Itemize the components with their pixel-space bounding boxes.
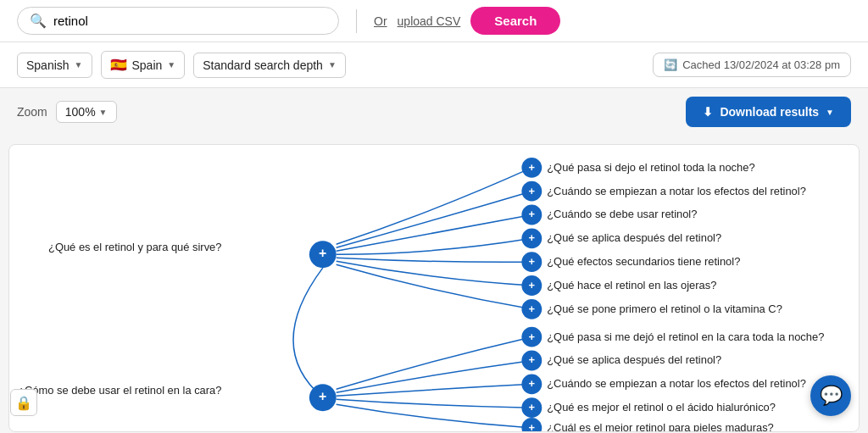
svg-text:+: +	[529, 303, 536, 315]
label-c2-2: ¿Qué se aplica después del retinol?	[547, 353, 721, 366]
search-box: 🔍	[17, 7, 339, 35]
zoom-chevron-icon: ▼	[99, 108, 108, 117]
svg-text:+: +	[529, 353, 536, 366]
mindmap-svg: + ¿Qué es el retinol y para qué sirve? +…	[9, 145, 859, 431]
language-select[interactable]: Spanish ▼	[17, 53, 92, 78]
depth-label: Standard search depth	[203, 58, 323, 72]
cached-info: 🔄 Cached 13/02/2024 at 03:28 pm	[653, 53, 851, 77]
zoom-label: Zoom	[17, 105, 47, 119]
svg-text:+: +	[529, 421, 536, 431]
label-c1-4: ¿Qué se aplica después del retinol?	[547, 231, 721, 244]
download-icon: ⬇	[703, 105, 713, 119]
search-input[interactable]	[53, 14, 326, 28]
download-chevron-icon: ▼	[826, 108, 834, 117]
zoom-value: 100%	[65, 105, 96, 119]
download-label: Download results	[720, 105, 819, 119]
svg-text:+: +	[319, 246, 326, 260]
download-button[interactable]: ⬇ Download results ▼	[686, 97, 851, 127]
upload-csv-label: Or	[374, 14, 387, 28]
svg-text:+: +	[529, 185, 536, 197]
svg-text:+: +	[529, 377, 536, 390]
language-label: Spanish	[26, 58, 70, 72]
svg-text:+: +	[529, 279, 536, 291]
svg-text:+: +	[529, 161, 536, 174]
country-select[interactable]: 🇪🇸 Spain ▼	[101, 51, 186, 79]
label-c1-2: ¿Cuándo se empiezan a notar los efectos …	[547, 185, 806, 197]
label-c2-4: ¿Qué es mejor el retinol o el ácido hial…	[547, 401, 776, 414]
language-chevron-icon: ▼	[75, 60, 83, 69]
country-chevron-icon: ▼	[167, 60, 175, 69]
svg-text:+: +	[529, 401, 536, 414]
label-c1-1: ¿Qué pasa si dejo el retinol toda la noc…	[547, 161, 754, 174]
svg-text:+: +	[529, 231, 536, 244]
cached-icon: 🔄	[664, 58, 677, 71]
label-c1-3: ¿Cuándo se debe usar retinol?	[547, 208, 697, 220]
label-c2-1: ¿Qué pasa si me dejó el retinol en la ca…	[547, 330, 824, 343]
search-button[interactable]: Search	[470, 7, 560, 35]
label-c1-7: ¿Qué se pone primero el retinol o la vit…	[547, 303, 782, 315]
lock-icon: 🔒	[15, 395, 32, 411]
mindmap-area: + ¿Qué es el retinol y para qué sirve? +…	[8, 144, 860, 432]
chat-icon: 💬	[820, 385, 843, 407]
header-divider	[356, 9, 357, 33]
label-c1-5: ¿Qué efectos secundarios tiene retinol?	[547, 255, 740, 268]
action-bar: Zoom 100% ▼ ⬇ Download results ▼	[0, 88, 868, 136]
toolbar: Spanish ▼ 🇪🇸 Spain ▼ Standard search dep…	[0, 42, 868, 88]
header: 🔍 Or upload CSV Search	[0, 0, 868, 42]
svg-text:+: +	[529, 255, 536, 268]
cached-label: Cached 13/02/2024 at 03:28 pm	[682, 58, 840, 71]
zoom-select[interactable]: 100% ▼	[56, 101, 117, 123]
depth-chevron-icon: ▼	[328, 60, 337, 69]
country-flag-icon: 🇪🇸	[110, 57, 127, 73]
chat-fab[interactable]: 💬	[810, 375, 851, 416]
lock-fab[interactable]: 🔒	[10, 389, 37, 416]
label-c2-5: ¿Cuál es el mejor retinol para pieles ma…	[547, 421, 774, 431]
label-c1-6: ¿Qué hace el retinol en las ojeras?	[547, 279, 716, 291]
svg-text:+: +	[529, 330, 536, 343]
label-root1: ¿Qué es el retinol y para qué sirve?	[48, 241, 221, 253]
country-label: Spain	[132, 58, 163, 72]
search-icon: 🔍	[30, 13, 47, 29]
upload-csv-link[interactable]: upload CSV	[398, 14, 461, 28]
svg-text:+: +	[529, 208, 536, 220]
depth-select[interactable]: Standard search depth ▼	[193, 53, 346, 78]
svg-text:+: +	[319, 389, 326, 403]
label-c2-3: ¿Cuándo se empiezan a notar los efectos …	[547, 377, 806, 390]
label-root2: ¿Cómo se debe usar el retinol en la cara…	[18, 384, 221, 397]
